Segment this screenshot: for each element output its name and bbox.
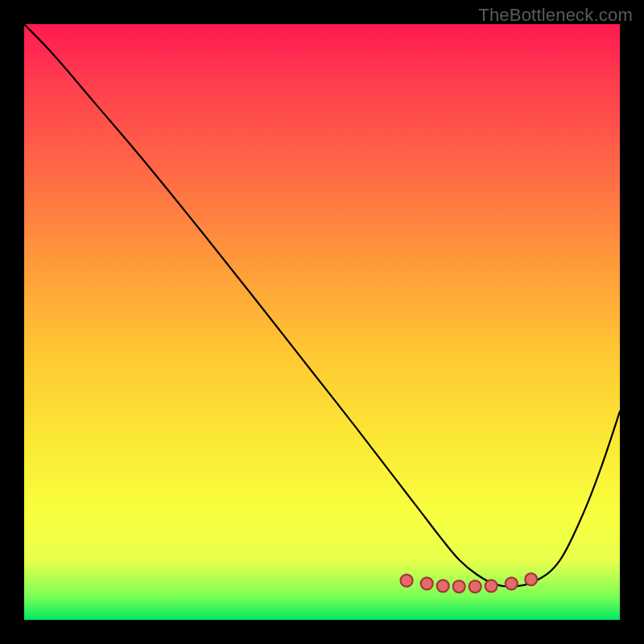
optimal-range-markers — [401, 573, 538, 592]
marker-point — [485, 580, 497, 592]
marker-point — [437, 580, 449, 592]
chart-stage: TheBottleneck.com — [0, 0, 644, 644]
bottleneck-curve — [24, 24, 620, 587]
chart-svg — [24, 24, 620, 620]
marker-point — [453, 580, 465, 592]
marker-point — [525, 573, 537, 585]
watermark-text: TheBottleneck.com — [478, 5, 633, 26]
marker-point — [506, 577, 518, 589]
marker-point — [469, 580, 481, 592]
marker-point — [421, 577, 433, 589]
chart-plot-area — [24, 24, 620, 620]
marker-point — [401, 575, 413, 587]
